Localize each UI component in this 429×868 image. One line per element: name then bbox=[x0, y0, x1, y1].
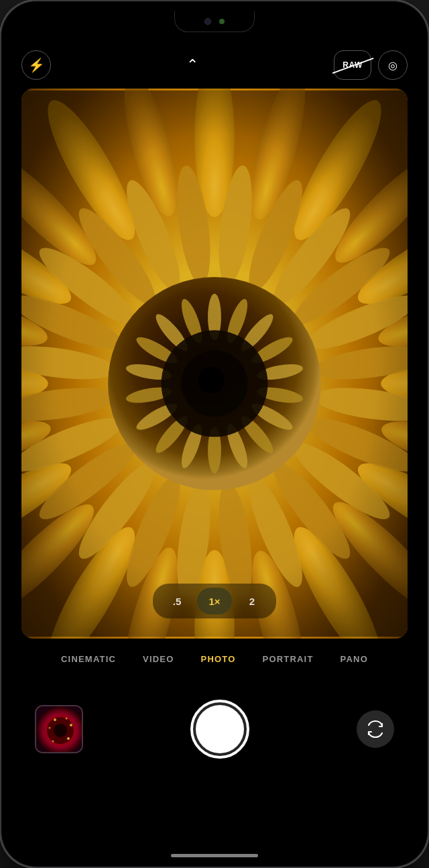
home-indicator bbox=[171, 854, 258, 857]
mode-video[interactable]: VIDEO bbox=[129, 649, 187, 669]
zoom-1x-label: 1× bbox=[208, 596, 220, 607]
flip-camera-button[interactable] bbox=[357, 710, 394, 748]
raw-toggle-button[interactable]: RAW bbox=[334, 50, 371, 80]
mode-pano-label: PANO bbox=[341, 654, 368, 664]
svg-point-76 bbox=[54, 724, 67, 737]
svg-point-82 bbox=[67, 737, 70, 740]
status-light bbox=[219, 19, 225, 24]
mode-portrait[interactable]: PORTRAIT bbox=[249, 649, 327, 669]
zoom-2x-label: 2 bbox=[249, 596, 255, 607]
phone-frame: ⚡ ⌃ RAW ◎ bbox=[0, 0, 429, 868]
svg-rect-72 bbox=[21, 91, 408, 637]
bottom-controls bbox=[1, 675, 428, 783]
mode-cinematic-label: CINEMATIC bbox=[61, 654, 116, 664]
svg-point-81 bbox=[52, 741, 54, 743]
camera-top-bar: ⚡ ⌃ RAW ◎ bbox=[1, 42, 428, 89]
chevron-up-icon: ⌃ bbox=[186, 56, 198, 73]
svg-point-79 bbox=[49, 727, 51, 729]
zoom-half-button[interactable]: .5 bbox=[160, 588, 194, 614]
flash-button[interactable]: ⚡ bbox=[21, 50, 51, 80]
zoom-2x-button[interactable]: 2 bbox=[235, 588, 269, 614]
zoom-half-label: .5 bbox=[173, 596, 182, 607]
mode-photo-label: PHOTO bbox=[201, 654, 236, 664]
mode-video-label: VIDEO bbox=[143, 654, 174, 664]
live-photo-icon: ◎ bbox=[388, 59, 397, 72]
viewfinder[interactable]: .5 1× 2 bbox=[21, 89, 408, 639]
chevron-up-button[interactable]: ⌃ bbox=[186, 56, 198, 74]
mode-portrait-label: PORTRAIT bbox=[263, 654, 314, 664]
front-camera-dot bbox=[204, 18, 211, 25]
mode-pano[interactable]: PANO bbox=[327, 649, 381, 669]
zoom-1x-button[interactable]: 1× bbox=[197, 588, 232, 614]
dynamic-island bbox=[174, 11, 255, 32]
mode-selector: CINEMATIC VIDEO PHOTO PORTRAIT PANO bbox=[1, 642, 428, 675]
screen: ⚡ ⌃ RAW ◎ bbox=[1, 1, 428, 867]
camera-preview: .5 1× 2 bbox=[21, 89, 408, 639]
notch-area bbox=[1, 1, 428, 42]
zoom-controls: .5 1× 2 bbox=[153, 584, 276, 618]
last-photo-thumbnail[interactable] bbox=[35, 705, 83, 753]
svg-point-78 bbox=[66, 718, 68, 720]
mode-photo[interactable]: PHOTO bbox=[188, 649, 249, 669]
shutter-inner bbox=[196, 705, 244, 753]
flash-icon: ⚡ bbox=[28, 57, 45, 73]
shutter-button[interactable] bbox=[190, 700, 249, 759]
live-photo-button[interactable]: ◎ bbox=[378, 50, 408, 80]
thumbnail-image bbox=[36, 706, 82, 752]
flower-image bbox=[21, 89, 408, 639]
thumbnail-svg bbox=[36, 706, 83, 753]
flip-camera-icon bbox=[365, 720, 385, 739]
svg-point-77 bbox=[54, 718, 56, 721]
svg-point-80 bbox=[70, 724, 72, 726]
mode-cinematic[interactable]: CINEMATIC bbox=[48, 649, 129, 669]
